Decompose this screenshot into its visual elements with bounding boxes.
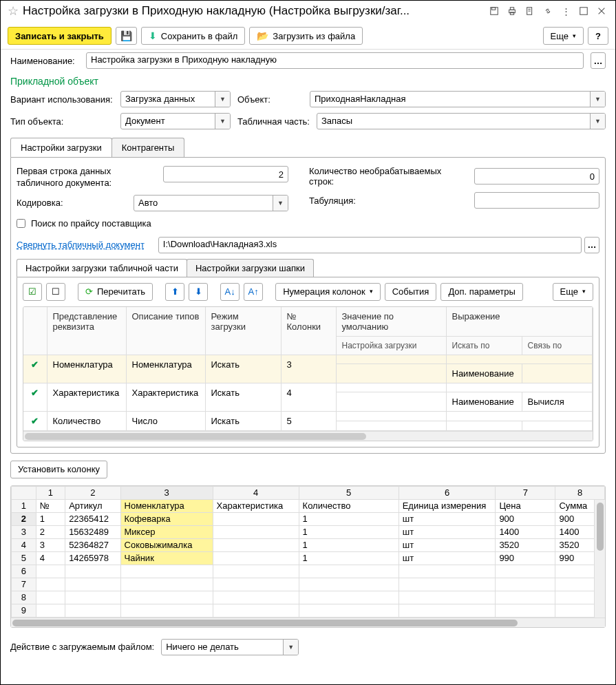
sheet-col-header[interactable]: 4 [213,486,299,499]
sheet-cell[interactable] [213,538,299,551]
sheet-cell[interactable] [213,551,299,565]
subtab-header[interactable]: Настройки загрузки шапки [187,259,314,277]
sheet-vscroll[interactable] [594,500,605,618]
more-button[interactable]: Еще ▾ [543,27,584,45]
cell-expr[interactable] [446,355,593,363]
type-select[interactable]: Документ▼ [120,113,231,129]
file-action-select[interactable]: Ничего не делать▼ [161,639,299,655]
sheet-cell[interactable] [496,578,555,591]
subtab-table-part[interactable]: Настройки загрузки табличной части [17,259,187,277]
sheet-cell[interactable]: шт [399,525,496,538]
encoding-select[interactable]: Авто▼ [134,195,288,211]
sheet-cell[interactable] [299,578,399,591]
sheet-cell[interactable]: шт [399,512,496,525]
cell-type[interactable]: Номенклатура [126,355,205,383]
sheet-cell[interactable] [120,565,213,578]
link-icon[interactable] [541,4,555,18]
sheet-row-header[interactable]: 6 [12,565,36,578]
object-select[interactable]: ПриходнаяНакладная▼ [310,91,606,107]
first-row-input[interactable] [163,166,288,182]
sheet-cell[interactable] [299,565,399,578]
save-to-file-button[interactable]: ⬇Сохранить в файл [141,27,246,45]
sheet-row-header[interactable]: 7 [12,578,36,591]
sheet-row-header[interactable]: 8 [12,591,36,604]
sheet-col-header[interactable]: 2 [65,486,120,499]
sheet-col-header[interactable]: 6 [399,486,496,499]
cell-type[interactable]: Число [126,411,205,430]
uncheck-all-button[interactable]: ☐ [46,283,65,301]
sheet-col-header[interactable]: 3 [120,486,213,499]
sheet-cell[interactable]: 1 [299,538,399,551]
sheet-cell[interactable]: Кофеварка [120,512,213,525]
cell-colnum[interactable]: 5 [281,411,336,430]
tab-input[interactable] [474,192,599,209]
sheet-cell[interactable]: 1 [299,512,399,525]
sheet-cell[interactable] [399,578,496,591]
row-checkbox[interactable]: ✔ [23,411,47,430]
save-icon[interactable] [487,4,501,18]
cell-expr[interactable] [446,411,593,421]
file-path-input[interactable]: I:\Download\Накладная3.xls [158,237,582,253]
reread-button[interactable]: ⟳ Перечитать [78,283,153,301]
sheet-cell[interactable]: 3 [36,538,65,551]
sheet-cell[interactable] [120,591,213,604]
load-from-file-button[interactable]: 📂Загрузить из файла [249,27,363,45]
sheet-cell[interactable] [299,591,399,604]
sheet-cell[interactable] [213,604,299,617]
numcols-button[interactable]: Нумерация колонок ▾ [275,283,381,301]
grid-hscroll[interactable] [23,431,593,441]
sheet-cell[interactable]: 2 [36,525,65,538]
sheet-cell[interactable] [36,565,65,578]
cell-mode[interactable]: Искать [205,383,281,411]
sheet-cell[interactable] [213,565,299,578]
sheet-cell[interactable]: Артикул [65,499,120,512]
sheet-cell[interactable]: 14265978 [65,551,120,565]
cell-default[interactable] [336,355,446,363]
print-icon[interactable] [505,4,519,18]
sheet-cell[interactable] [120,578,213,591]
sheet-row-header[interactable]: 5 [12,551,36,565]
cell-loadsetting[interactable] [336,392,446,411]
sheet-cell[interactable]: шт [399,538,496,551]
row-checkbox[interactable]: ✔ [23,355,47,383]
events-button[interactable]: События [385,283,437,301]
sheet-row-header[interactable]: 4 [12,538,36,551]
sheet-cell[interactable]: шт [399,551,496,565]
sheet-cell[interactable]: Номенклатура [120,499,213,512]
save-button[interactable]: 💾 [116,27,137,45]
cell-linkby[interactable]: Вычисля [522,392,593,411]
minimize-window-icon[interactable] [577,4,591,18]
sheet-cell[interactable]: Соковыжималка [120,538,213,551]
sheet-cell[interactable] [65,591,120,604]
sheet-cell[interactable] [496,604,555,617]
cell-represent[interactable]: Номенклатура [47,355,126,383]
sheet-cell[interactable]: 1 [299,525,399,538]
cell-loadsetting[interactable] [336,363,446,383]
cell-type[interactable]: Характеристика [126,383,205,411]
sheet-cell[interactable] [65,604,120,617]
sheet-col-header[interactable]: 5 [299,486,399,499]
sheet-cell[interactable] [299,604,399,617]
sheet-col-header[interactable]: 1 [36,486,65,499]
chevron-down-icon[interactable]: ▼ [215,92,230,107]
sheet-cell[interactable]: 15632489 [65,525,120,538]
sheet-cell[interactable] [65,565,120,578]
sheet-cell[interactable] [213,525,299,538]
more-menu-icon[interactable]: ⋮ [559,4,573,18]
sheet-cell[interactable] [213,591,299,604]
sheet-cell[interactable]: 990 [496,551,555,565]
sheet-cell[interactable]: Количество [299,499,399,512]
sheet-cell[interactable] [36,578,65,591]
sheet-row-header[interactable]: 9 [12,604,36,617]
sheet-cell[interactable]: Чайник [120,551,213,565]
search-price-checkbox[interactable] [17,219,25,228]
favorite-star-icon[interactable]: ☆ [8,3,19,19]
sheet-cell[interactable]: 900 [496,512,555,525]
sheet-cell[interactable] [399,604,496,617]
sheet-row-header[interactable]: 2 [12,512,36,525]
cell-searchby[interactable]: Наименование [446,363,522,383]
sheet-cell[interactable]: 1400 [496,525,555,538]
cell-default[interactable] [336,383,446,392]
set-column-button[interactable]: Установить колонку [10,461,107,478]
name-input[interactable]: Настройка загрузки в Приходную накладную [86,52,584,69]
